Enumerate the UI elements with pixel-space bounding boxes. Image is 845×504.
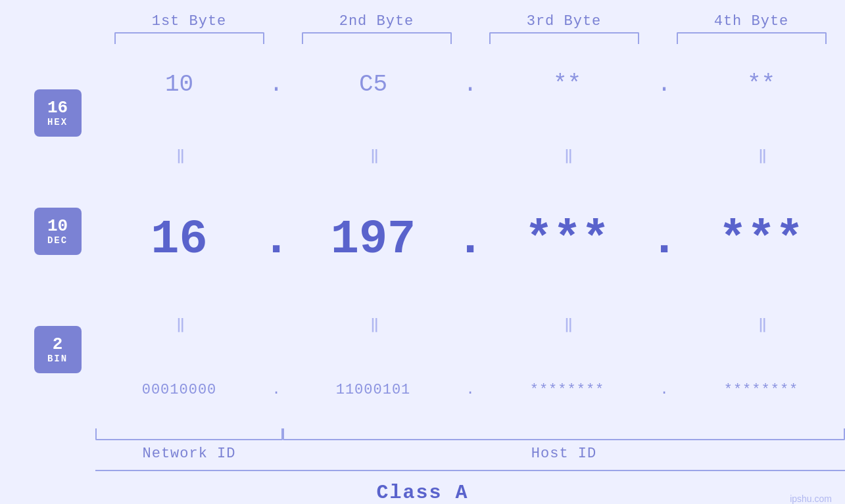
eq2-b2: ‖ [370, 315, 376, 333]
hex-badge: 16 HEX [34, 89, 82, 137]
bracket-b1 [114, 32, 264, 44]
dec-badge: 10 DEC [34, 208, 82, 255]
bin-badge: 2 BIN [34, 326, 82, 373]
dec-b3: *** [525, 213, 610, 267]
dec-sep3: . [650, 216, 678, 263]
bracket-b2 [302, 32, 452, 44]
bottom-labels: Network ID Host ID [95, 446, 845, 462]
bin-row: 00010000 . 11000101 . ******** . [95, 382, 845, 398]
dec-badge-label: DEC [47, 235, 68, 246]
content-area: 16 HEX 10 DEC 2 BIN 10 . [0, 47, 845, 428]
eq1-b4: ‖ [758, 147, 764, 164]
values-grid: 10 . C5 . ** . ** [95, 47, 845, 428]
top-brackets [0, 32, 845, 44]
dec-sep1: . [262, 216, 290, 263]
eq2-b1: ‖ [176, 315, 182, 333]
hex-badge-label: HEX [47, 117, 68, 127]
bin-sep3: . [660, 382, 668, 398]
bin-b4: ******** [724, 382, 799, 398]
bottom-area: Network ID Host ID [0, 428, 845, 462]
bin-b3: ******** [530, 382, 605, 398]
byte1-header: 1st Byte [95, 13, 283, 30]
full-bottom-bracket [95, 470, 845, 471]
eq2-b4: ‖ [758, 315, 764, 333]
network-bracket [95, 428, 283, 440]
dec-sep2: . [456, 216, 484, 263]
hex-sep1: . [269, 71, 283, 98]
eq1-b3: ‖ [564, 147, 570, 164]
dec-b2: 197 [331, 213, 416, 267]
hex-sep3: . [657, 71, 671, 98]
host-bracket [283, 428, 845, 440]
bin-b1: 00010000 [142, 382, 217, 398]
bracket-b4 [677, 32, 827, 44]
bin-badge-label: BIN [47, 354, 68, 364]
bin-sep1: . [272, 382, 280, 398]
byte-headers: 1st Byte 2nd Byte 3rd Byte 4th Byte [0, 13, 845, 30]
hex-b3: ** [553, 71, 581, 98]
bracket-b3 [489, 32, 639, 44]
main-container: 1st Byte 2nd Byte 3rd Byte 4th Byte 16 H… [0, 0, 845, 504]
hex-b4: ** [747, 71, 775, 98]
byte4-header: 4th Byte [658, 13, 845, 30]
hex-row: 10 . C5 . ** . ** [95, 71, 845, 98]
badges-column: 16 HEX 10 DEC 2 BIN [0, 47, 95, 428]
class-label: Class A [376, 482, 468, 504]
dec-b4: *** [719, 213, 804, 267]
bin-b2: 11000101 [336, 382, 411, 398]
hex-sep2: . [463, 71, 477, 98]
bin-sep2: . [466, 382, 474, 398]
dec-badge-num: 10 [47, 217, 68, 236]
network-id-label: Network ID [95, 446, 283, 462]
equals-row-1: ‖ ‖ ‖ ‖ [95, 146, 845, 166]
class-label-row: Class A ipshu.com [0, 482, 845, 504]
eq1-b1: ‖ [176, 147, 182, 164]
dec-b1: 16 [151, 213, 207, 267]
dec-row: 16 . 197 . *** . *** [95, 213, 845, 267]
eq2-b3: ‖ [564, 315, 570, 333]
byte2-header: 2nd Byte [283, 13, 470, 30]
hex-b1: 10 [165, 71, 193, 98]
equals-row-2: ‖ ‖ ‖ ‖ [95, 314, 845, 334]
bottom-brackets [95, 428, 845, 440]
watermark: ipshu.com [790, 493, 832, 504]
hex-badge-num: 16 [47, 99, 68, 118]
host-id-label: Host ID [283, 446, 845, 462]
byte3-header: 3rd Byte [470, 13, 658, 30]
hex-b2: C5 [359, 71, 387, 98]
eq1-b2: ‖ [370, 147, 376, 164]
bin-badge-num: 2 [53, 335, 63, 354]
